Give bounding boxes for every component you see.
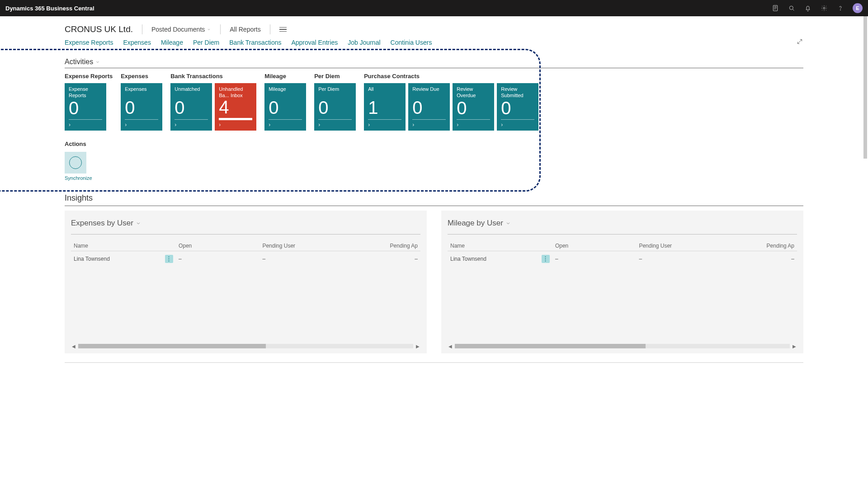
col-open[interactable]: Open xyxy=(176,241,260,251)
chevron-down-icon xyxy=(135,220,142,226)
col-name[interactable]: Name xyxy=(448,241,552,251)
page-scroll-thumb[interactable] xyxy=(863,16,867,159)
mileage-panel-title[interactable]: Mileage by User xyxy=(448,219,797,228)
search-icon[interactable] xyxy=(788,4,796,12)
subnav-per-diem[interactable]: Per Diem xyxy=(193,39,219,46)
tile-value: 0 xyxy=(318,99,352,117)
cell-name: Lina Townsend xyxy=(71,251,176,267)
scroll-track[interactable] xyxy=(78,344,413,348)
mileage-panel-title-text: Mileage by User xyxy=(448,219,503,228)
col-pending-user[interactable]: Pending User xyxy=(636,241,734,251)
table-row[interactable]: Lina Townsend––– xyxy=(71,251,420,267)
tile-group-label: Expenses xyxy=(121,73,162,80)
mileage-table: Name Open Pending User Pending Ap Lina T… xyxy=(448,241,797,267)
cue-tile[interactable]: Review Submitted0› xyxy=(497,83,538,131)
cell-open: – xyxy=(552,251,637,267)
chevron-down-icon xyxy=(207,27,211,32)
tile-groups: Expense ReportsExpense Reports0›Expenses… xyxy=(65,73,803,131)
subnav-mileage[interactable]: Mileage xyxy=(161,39,183,46)
tile-value: 0 xyxy=(125,99,158,117)
tile-group: Purchase ContractsAll1›Review Due0›Revie… xyxy=(364,73,538,131)
panel-scrollbar[interactable]: ◀ ▶ xyxy=(448,341,797,349)
cue-tile[interactable]: Review Overdue0› xyxy=(453,83,494,131)
table-row[interactable]: Lina Townsend––– xyxy=(448,251,797,267)
cue-tile[interactable]: Expense Reports0› xyxy=(65,83,106,131)
chevron-right-icon: › xyxy=(269,122,302,128)
cue-tile[interactable]: Unhandled Ba... Inbox4› xyxy=(215,83,256,131)
tile-group-label: Purchase Contracts xyxy=(364,73,538,80)
svg-rect-0 xyxy=(773,5,777,11)
col-pending-ap[interactable]: Pending Ap xyxy=(734,241,797,251)
chevron-right-icon: › xyxy=(318,122,352,128)
scroll-right-icon[interactable]: ▶ xyxy=(792,343,797,349)
divider xyxy=(220,24,221,34)
cue-tile[interactable]: All1› xyxy=(364,83,406,131)
company-name[interactable]: CRONUS UK Ltd. xyxy=(65,24,133,34)
subnav-expenses[interactable]: Expenses xyxy=(123,39,151,46)
svg-point-5 xyxy=(169,258,170,259)
more-menu-icon[interactable] xyxy=(279,27,287,32)
divider xyxy=(65,362,803,363)
help-icon[interactable] xyxy=(836,4,844,12)
tile-value: 0 xyxy=(501,99,534,117)
col-name[interactable]: Name xyxy=(71,241,176,251)
cue-tile[interactable]: Review Due0› xyxy=(408,83,450,131)
tile-group: Expense ReportsExpense Reports0› xyxy=(65,73,113,131)
cue-tile[interactable]: Mileage0› xyxy=(264,83,306,131)
tile-value: 0 xyxy=(457,99,490,117)
avatar[interactable]: E xyxy=(853,3,863,13)
scroll-right-icon[interactable]: ▶ xyxy=(415,343,420,349)
scroll-track[interactable] xyxy=(455,344,790,348)
subnav-approval-entries[interactable]: Approval Entries xyxy=(291,39,338,46)
scroll-left-icon[interactable]: ◀ xyxy=(448,343,453,349)
gear-icon[interactable] xyxy=(820,4,828,12)
chevron-right-icon: › xyxy=(368,122,401,128)
divider xyxy=(270,24,270,34)
col-open[interactable]: Open xyxy=(552,241,637,251)
col-pending-ap[interactable]: Pending Ap xyxy=(358,241,420,251)
posted-documents-menu[interactable]: Posted Documents xyxy=(151,26,211,33)
row-more-icon[interactable] xyxy=(165,255,173,263)
cue-tile[interactable]: Expenses0› xyxy=(121,83,162,131)
subnav-expense-reports[interactable]: Expense Reports xyxy=(65,39,113,46)
bell-icon[interactable] xyxy=(804,4,812,12)
chevron-down-icon xyxy=(95,59,100,65)
panel-scrollbar[interactable]: ◀ ▶ xyxy=(71,341,420,349)
all-reports-menu[interactable]: All Reports xyxy=(230,26,260,33)
cue-tile[interactable]: Unmatched0› xyxy=(170,83,212,131)
expenses-panel-title[interactable]: Expenses by User xyxy=(71,219,420,228)
tile-line xyxy=(501,119,534,120)
cell-name: Lina Townsend xyxy=(448,251,552,267)
tile-line xyxy=(368,119,401,120)
synchronize-action[interactable] xyxy=(65,152,86,174)
col-pending-user[interactable]: Pending User xyxy=(259,241,357,251)
divider xyxy=(65,68,803,68)
svg-point-6 xyxy=(169,261,170,262)
scroll-left-icon[interactable]: ◀ xyxy=(71,343,76,349)
subnav-continia-users[interactable]: Continia Users xyxy=(391,39,432,46)
topbar-actions: E xyxy=(771,3,863,13)
chevron-right-icon: › xyxy=(125,122,158,128)
expand-icon[interactable] xyxy=(796,38,803,47)
activities-label: Activities xyxy=(65,58,93,66)
tile-group: Bank TransactionsUnmatched0›Unhandled Ba… xyxy=(170,73,256,131)
expenses-table: Name Open Pending User Pending Ap Lina T… xyxy=(71,241,420,267)
worksheet-icon[interactable] xyxy=(771,4,779,12)
actions-label: Actions xyxy=(65,141,803,147)
cue-tile[interactable]: Per Diem0› xyxy=(314,83,356,131)
insights-title: Insights xyxy=(65,193,803,203)
activities-title[interactable]: Activities xyxy=(65,58,803,66)
scroll-thumb[interactable] xyxy=(455,344,646,348)
subnav-bank-transactions[interactable]: Bank Transactions xyxy=(229,39,281,46)
cell-pending-user: – xyxy=(259,251,357,267)
actions-section: Actions Synchronize xyxy=(65,141,803,181)
tile-label: Review Overdue xyxy=(457,86,490,99)
divider xyxy=(448,234,797,235)
scroll-thumb[interactable] xyxy=(78,344,266,348)
cell-pending-ap: – xyxy=(358,251,420,267)
row-more-icon[interactable] xyxy=(542,255,550,263)
page-scrollbar[interactable] xyxy=(863,16,867,372)
chevron-right-icon: › xyxy=(219,122,252,128)
chevron-right-icon: › xyxy=(412,122,446,128)
subnav-job-journal[interactable]: Job Journal xyxy=(348,39,380,46)
